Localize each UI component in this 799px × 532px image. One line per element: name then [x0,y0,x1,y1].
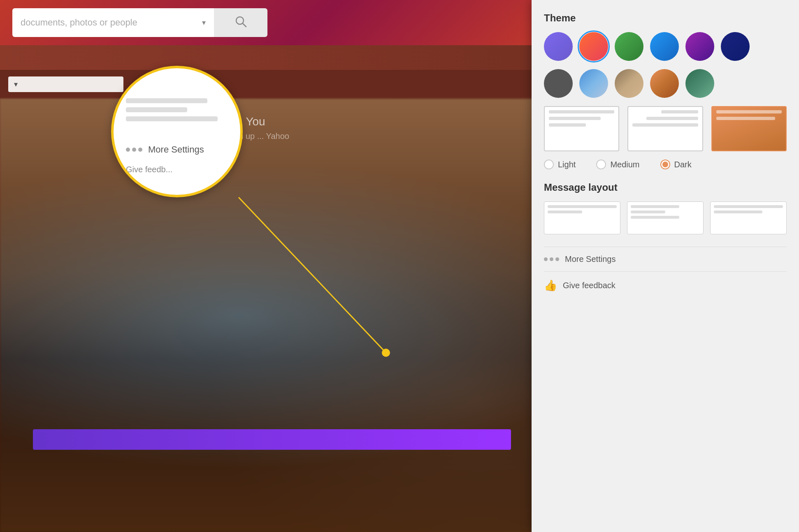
give-feedback-label: Give feedback [563,281,616,290]
brightness-radio-row: Light Medium Dark [544,160,787,169]
radio-medium-circle[interactable] [596,160,606,169]
search-icon [235,15,247,30]
theme-option-dark-gray[interactable] [544,69,573,98]
search-button[interactable] [214,8,267,37]
msg-layout-3[interactable] [710,201,787,234]
theme-option-purple-dark[interactable] [685,32,714,61]
theme-option-desert[interactable] [615,69,643,98]
radio-dark-label: Dark [674,160,692,169]
message-layout-previews [544,201,787,234]
brightness-light[interactable]: Light [544,160,576,169]
circle-feedback-text: Give feedb... [126,165,172,174]
brightness-dark[interactable]: Dark [660,160,692,169]
preview-line-1 [549,110,614,113]
theme-option-green[interactable] [615,32,643,61]
msg-line-4 [631,210,665,213]
message-layout-title: Message layout [544,182,787,193]
radio-medium-label: Medium [610,160,639,169]
center-title: You [0,115,511,128]
radio-light-circle[interactable] [544,160,554,169]
toolbar-dropdown[interactable]: ▾ [8,76,123,92]
theme-section-title: Theme [544,12,787,24]
radio-light-label: Light [558,160,576,169]
dots-icon [544,257,559,261]
preview-line-7 [716,110,782,113]
msg-layout-2[interactable] [627,201,704,234]
dot-3 [555,257,559,261]
preview-line-3 [549,123,586,127]
more-settings-label: More Settings [565,254,616,264]
preview-line-6 [632,123,698,127]
search-container: documents, photos or people ▾ [12,8,267,37]
circle-more-settings-label: More Settings [148,144,204,155]
theme-option-mountain[interactable] [579,69,608,98]
toolbar-dropdown-text: ▾ [14,80,18,89]
msg-layout-1[interactable] [544,201,620,234]
dot-1 [544,257,548,261]
circle-content [114,86,240,138]
connector-end-dot [382,349,390,357]
preview-line-8 [716,117,775,120]
svg-line-1 [243,23,246,27]
preview-line-4 [661,110,698,113]
search-dropdown-container[interactable]: documents, photos or people ▾ [12,8,214,37]
search-dropdown-text: documents, photos or people [21,17,137,28]
msg-line-2 [548,210,582,213]
give-feedback-row[interactable]: 👍 Give feedback [544,271,787,299]
circle-more-settings-row[interactable]: More Settings [114,138,240,162]
theme-circles-row1 [544,32,787,61]
circle-line-3 [126,116,218,121]
layout-preview-light[interactable] [544,106,619,151]
theme-option-orange-red[interactable] [579,32,608,61]
theme-option-purple[interactable] [544,32,573,61]
thumbs-up-icon: 👍 [544,279,557,292]
layout-preview-dark[interactable] [711,106,787,151]
msg-line-7 [714,210,762,213]
preview-line-2 [549,117,601,120]
circle-line-2 [126,107,187,112]
layout-previews [544,106,787,151]
circle-line-1 [126,98,207,103]
msg-line-1 [548,205,617,208]
chevron-down-icon: ▾ [202,18,206,27]
center-text-overlay: You Catch up ... Yahoo [0,115,511,141]
dot-2 [550,257,553,261]
circle-dots-icon [126,148,142,152]
msg-line-6 [714,205,783,208]
theme-option-sunset[interactable] [650,69,679,98]
theme-circles-row2 [544,69,787,98]
settings-panel: Theme [532,0,799,532]
magnified-circle: More Settings Give feedb... [111,66,243,197]
msg-line-3 [631,205,679,208]
theme-option-forest[interactable] [685,69,714,98]
brightness-medium[interactable]: Medium [596,160,639,169]
more-settings-row[interactable]: More Settings [544,247,787,271]
msg-line-5 [631,216,679,219]
center-subtitle: Catch up ... Yahoo [0,132,511,141]
layout-preview-medium[interactable] [627,106,703,151]
radio-dark-circle[interactable] [660,160,670,169]
theme-option-blue[interactable] [650,32,679,61]
theme-option-dark-blue[interactable] [721,32,750,61]
preview-line-5 [646,117,698,120]
circle-give-feedback-row[interactable]: Give feedb... [114,162,240,178]
purple-bar [33,429,511,450]
